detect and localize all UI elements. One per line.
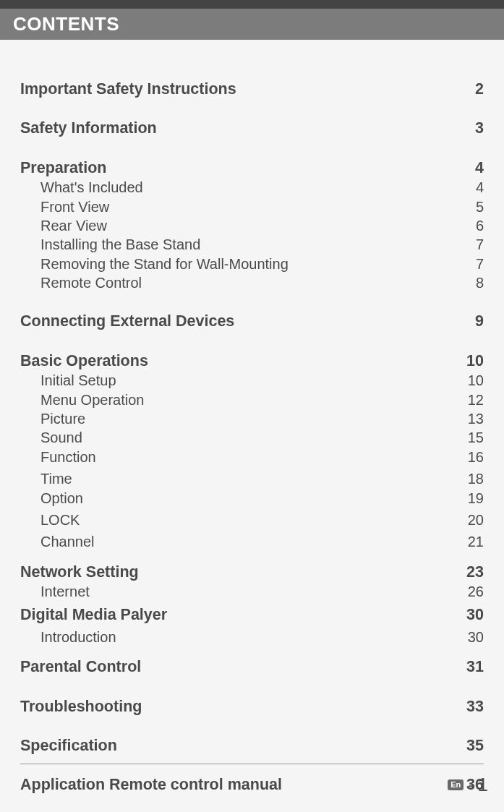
toc-sub-page: 19 (468, 489, 484, 508)
toc-sub-title: Sound (20, 428, 82, 447)
toc-sub-title: Front View (20, 197, 109, 216)
toc-section-title: Network Setting (20, 562, 139, 582)
toc-sub-title: Rear View (20, 216, 107, 235)
toc-subitem: Internet26 (20, 582, 484, 601)
toc-section-page: 31 (466, 657, 484, 677)
toc-section-title: Digital Media Palyer (20, 604, 167, 625)
header-title: CONTENTS (13, 13, 119, 35)
toc-sub-title: What's Included (20, 178, 143, 197)
toc-sub-page: 4 (476, 178, 484, 197)
toc-sub-title: Channel (20, 532, 95, 551)
toc-section-page: 2 (475, 79, 484, 99)
toc-body: Important Safety Instructions 2 Safety I… (0, 40, 504, 812)
toc-subitem: Sound15 (20, 428, 484, 447)
toc-sub-title: Option (20, 489, 83, 508)
toc-sub-title: Internet (20, 582, 90, 601)
toc-section-page: 4 (475, 158, 484, 178)
toc-section-title: Specification (20, 735, 117, 756)
toc-sub-page: 13 (468, 409, 484, 428)
toc-section-title: Troubleshooting (20, 696, 142, 717)
toc-section-title: Important Safety Instructions (20, 79, 236, 99)
toc-subitem: Menu Operation12 (20, 390, 484, 409)
toc-subitem: Picture13 (20, 409, 484, 428)
toc-section: Important Safety Instructions 2 (20, 79, 484, 99)
toc-sub-page: 18 (468, 469, 484, 488)
toc-sub-page: 5 (476, 197, 484, 216)
footer-separator: - (468, 776, 473, 795)
toc-sub-page: 15 (468, 428, 484, 447)
toc-sub-title: Installing the Base Stand (20, 235, 200, 254)
toc-subitem: Initial Setup10 (20, 371, 484, 390)
toc-section: Safety Information 3 (20, 118, 484, 138)
toc-section-title: Parental Control (20, 657, 141, 677)
top-border (0, 0, 504, 9)
toc-sub-title: Removing the Stand for Wall-Mounting (20, 255, 289, 273)
toc-section-page: 10 (466, 351, 484, 371)
toc-section-page: 33 (466, 696, 484, 717)
toc-subitem: Option19 (20, 489, 484, 508)
toc-section-page: 3 (475, 118, 484, 138)
toc-sub-page: 7 (476, 235, 484, 254)
toc-subitem: What's Included4 (20, 178, 484, 197)
toc-subitem: Function16 (20, 448, 484, 466)
toc-sub-page: 12 (468, 390, 484, 409)
language-badge: En (448, 779, 464, 790)
toc-section: Digital Media Palyer 30 (20, 604, 484, 625)
toc-subitem: LOCK20 (20, 510, 484, 529)
toc-sub-title: Menu Operation (20, 390, 144, 409)
toc-sub-page: 21 (468, 532, 484, 551)
toc-section: Network Setting 23 (20, 562, 484, 582)
toc-section: Parental Control 31 (20, 657, 484, 677)
divider (20, 764, 484, 764)
toc-section: Specification 35 (20, 735, 484, 756)
toc-sub-title: Function (20, 448, 96, 466)
contents-header: CONTENTS (0, 9, 504, 40)
toc-section-title: Connecting External Devices (20, 311, 234, 331)
toc-section: Preparation 4 (20, 158, 484, 178)
page-footer: En - 1 (448, 774, 488, 796)
toc-section: Troubleshooting 33 (20, 696, 484, 717)
toc-subitem: Introduction30 (20, 628, 484, 646)
toc-sub-title: Introduction (20, 628, 116, 646)
toc-sub-title: Initial Setup (20, 371, 116, 390)
toc-subitem: Channel21 (20, 532, 484, 551)
toc-subitem: Removing the Stand for Wall-Mounting7 (20, 255, 484, 273)
toc-sub-page: 20 (468, 510, 484, 529)
toc-section-title: Safety Information (20, 118, 157, 138)
toc-sub-title: Time (20, 469, 72, 488)
toc-section-page: 9 (475, 311, 484, 331)
toc-subitem: Remote Control8 (20, 273, 484, 292)
manual-page: CONTENTS Important Safety Instructions 2… (0, 0, 504, 812)
toc-sub-title: Remote Control (20, 273, 142, 292)
toc-subitem: Time18 (20, 469, 484, 488)
toc-sub-page: 10 (468, 371, 484, 390)
toc-sub-title: LOCK (20, 510, 80, 529)
toc-section-page: 35 (466, 735, 484, 756)
toc-section: Application Remote control manual 36 (20, 774, 484, 795)
toc-subitem: Installing the Base Stand7 (20, 235, 484, 254)
toc-sub-page: 8 (476, 273, 484, 292)
toc-section-page: 23 (466, 562, 484, 582)
toc-sub-page: 26 (468, 582, 484, 601)
toc-section: Connecting External Devices 9 (20, 311, 484, 331)
toc-section-title: Application Remote control manual (20, 774, 282, 795)
toc-section-title: Basic Operations (20, 351, 148, 371)
toc-section: Basic Operations 10 (20, 351, 484, 371)
toc-sub-page: 16 (468, 448, 484, 466)
toc-sub-page: 30 (468, 628, 484, 646)
toc-sub-page: 7 (476, 255, 484, 273)
page-number: 1 (478, 774, 488, 796)
toc-section-page: 30 (466, 604, 484, 625)
toc-sub-title: Picture (20, 409, 85, 428)
toc-subitem: Front View5 (20, 197, 484, 216)
toc-subitem: Rear View6 (20, 216, 484, 235)
toc-section-title: Preparation (20, 158, 106, 178)
toc-sub-page: 6 (476, 216, 484, 235)
